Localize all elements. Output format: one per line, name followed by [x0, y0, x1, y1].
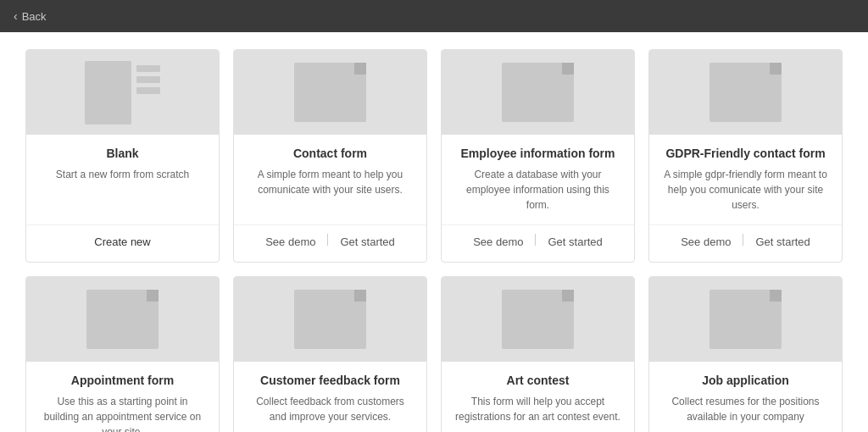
- footer-separator-gdpr-contact-form: [743, 234, 743, 246]
- doc-thumb-shape: [502, 290, 574, 349]
- template-card-blank: BlankStart a new form from scratchCreate…: [25, 49, 220, 263]
- card-thumbnail-employee-information-form: [442, 50, 634, 135]
- card-desc-appointment-form: Use this as a starting point in building…: [40, 394, 205, 432]
- thumb-line-1: [136, 65, 160, 72]
- card-desc-art-contest: This form will help you accept registrat…: [455, 394, 620, 432]
- card-body-gdpr-contact-form: GDPR-Friendly contact formA simple gdpr-…: [649, 135, 842, 224]
- card-desc-gdpr-contact-form: A simple gdpr-friendly form meant to hel…: [663, 167, 828, 213]
- doc-thumb-shape: [502, 63, 574, 122]
- create-new-button[interactable]: Create new: [91, 234, 153, 250]
- card-body-appointment-form: Appointment formUse this as a starting p…: [26, 362, 219, 432]
- card-desc-blank: Start a new form from scratch: [40, 167, 205, 213]
- card-desc-employee-information-form: Create a database with your employee inf…: [455, 167, 620, 213]
- template-card-art-contest: Art contestThis form will help you accep…: [441, 276, 635, 432]
- get-started-button-gdpr-contact-form[interactable]: Get started: [752, 234, 813, 250]
- card-title-customer-feedback-form: Customer feedback form: [248, 374, 413, 387]
- card-body-blank: BlankStart a new form from scratch: [26, 135, 219, 224]
- see-demo-button-gdpr-contact-form[interactable]: See demo: [677, 234, 734, 250]
- card-title-contact-form: Contact form: [248, 147, 413, 160]
- blank-rect: [85, 61, 131, 125]
- card-footer-contact-form: See demoGet started: [234, 224, 426, 262]
- back-arrow-icon: ‹: [14, 9, 18, 23]
- get-started-button-employee-information-form[interactable]: Get started: [544, 234, 605, 250]
- card-title-appointment-form: Appointment form: [40, 374, 205, 387]
- get-started-button-contact-form[interactable]: Get started: [337, 234, 398, 250]
- template-grid: BlankStart a new form from scratchCreate…: [25, 49, 843, 432]
- card-thumbnail-contact-form: [234, 50, 426, 135]
- doc-thumb-shape: [294, 63, 366, 122]
- card-title-gdpr-contact-form: GDPR-Friendly contact form: [663, 147, 828, 160]
- card-thumbnail-gdpr-contact-form: [649, 50, 842, 135]
- template-card-contact-form: Contact formA simple form meant to help …: [233, 49, 427, 263]
- see-demo-button-contact-form[interactable]: See demo: [262, 234, 319, 250]
- template-card-appointment-form: Appointment formUse this as a starting p…: [25, 276, 220, 432]
- back-button[interactable]: ‹ Back: [14, 9, 47, 23]
- blank-lines: [136, 61, 160, 125]
- card-title-art-contest: Art contest: [455, 374, 620, 387]
- card-thumbnail-appointment-form: [26, 277, 219, 362]
- card-body-art-contest: Art contestThis form will help you accep…: [442, 362, 634, 432]
- see-demo-button-employee-information-form[interactable]: See demo: [470, 234, 526, 250]
- doc-thumb-shape: [294, 290, 366, 349]
- doc-thumb-shape: [86, 290, 159, 349]
- thumb-line-3: [136, 87, 160, 94]
- card-desc-job-application: Collect resumes for the positions availa…: [663, 394, 828, 432]
- card-footer-gdpr-contact-form: See demoGet started: [649, 224, 842, 262]
- card-body-contact-form: Contact formA simple form meant to help …: [234, 135, 426, 224]
- thumb-line-2: [136, 76, 160, 83]
- footer-separator-contact-form: [327, 234, 328, 246]
- top-nav: ‹ Back: [0, 0, 868, 32]
- card-body-job-application: Job applicationCollect resumes for the p…: [649, 362, 842, 432]
- template-card-employee-information-form: Employee information formCreate a databa…: [441, 49, 635, 263]
- back-label: Back: [22, 10, 47, 23]
- main-content: BlankStart a new form from scratchCreate…: [0, 32, 868, 432]
- blank-thumb-shape: [85, 61, 161, 125]
- template-card-gdpr-contact-form: GDPR-Friendly contact formA simple gdpr-…: [648, 49, 843, 263]
- card-thumbnail-job-application: [649, 277, 842, 362]
- card-footer-blank: Create new: [26, 224, 219, 262]
- footer-separator-employee-information-form: [535, 234, 536, 246]
- card-desc-contact-form: A simple form meant to help you comunica…: [248, 167, 413, 213]
- card-thumbnail-customer-feedback-form: [234, 277, 426, 362]
- template-card-job-application: Job applicationCollect resumes for the p…: [648, 276, 843, 432]
- card-thumbnail-blank: [26, 50, 219, 135]
- card-title-blank: Blank: [40, 147, 205, 160]
- card-body-customer-feedback-form: Customer feedback formCollect feedback f…: [234, 362, 426, 432]
- card-thumbnail-art-contest: [442, 277, 634, 362]
- card-footer-employee-information-form: See demoGet started: [442, 224, 634, 262]
- card-body-employee-information-form: Employee information formCreate a databa…: [442, 135, 634, 224]
- card-title-employee-information-form: Employee information form: [455, 147, 620, 160]
- doc-thumb-shape: [709, 63, 782, 122]
- card-title-job-application: Job application: [663, 374, 828, 387]
- doc-thumb-shape: [709, 290, 782, 349]
- card-desc-customer-feedback-form: Collect feedback from customers and impr…: [248, 394, 413, 432]
- template-card-customer-feedback-form: Customer feedback formCollect feedback f…: [233, 276, 427, 432]
